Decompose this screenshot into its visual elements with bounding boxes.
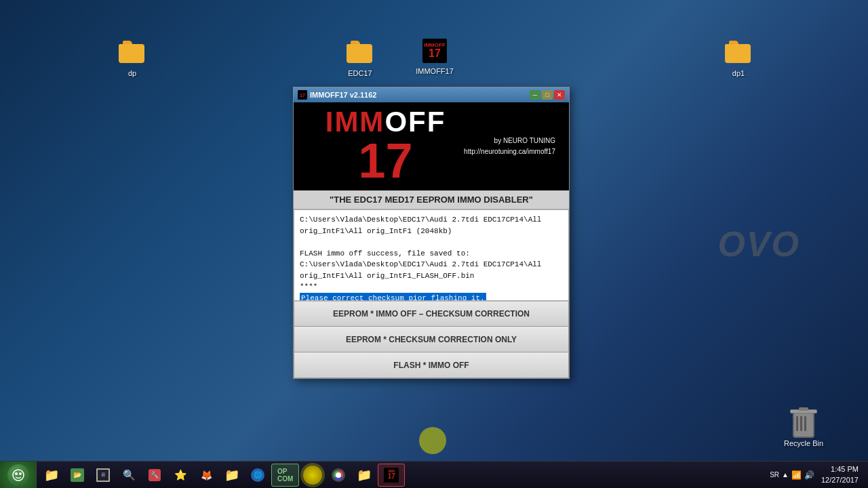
desktop-icon-dp-left[interactable]: dp xyxy=(108,41,156,77)
svg-point-1 xyxy=(15,472,18,475)
clock-time: 1:45 PM xyxy=(821,464,859,474)
cursor-highlight xyxy=(419,427,446,454)
tray-expand-icon[interactable]: ▲ xyxy=(782,471,789,479)
taskbar-tool1[interactable]: 🔧 xyxy=(142,464,167,487)
logo-byline: by NEURO TUNING http://neurotuning.ca/im… xyxy=(464,136,555,157)
taskbar-search[interactable]: 🔍 xyxy=(117,464,141,487)
logo-main: IMMOFF 17 xyxy=(307,108,464,185)
taskbar-folder3[interactable]: 📁 xyxy=(220,464,244,487)
window-subtitle: "THE EDC17 MED17 EEPROM IMMO DISABLER" xyxy=(294,190,569,209)
system-clock[interactable]: 1:45 PM 12/27/2017 xyxy=(817,464,863,485)
tray-sr-label: SR xyxy=(770,471,779,479)
taskbar-files[interactable]: 📂 xyxy=(65,464,90,487)
window-controls: ─ □ ✕ xyxy=(530,90,565,100)
log-line-5: **** xyxy=(300,281,563,293)
eeprom-immo-off-checksum-button[interactable]: EEPROM * IMMO OFF – CHECKSUM CORRECTION xyxy=(294,301,569,327)
button-group: EEPROM * IMMO OFF – CHECKSUM CORRECTION … xyxy=(294,301,569,378)
svg-point-2 xyxy=(19,472,22,475)
taskbar-explorer[interactable]: 📁 xyxy=(39,464,64,487)
logo-area: IMMOFF 17 by NEURO TUNING http://neurotu… xyxy=(294,102,569,190)
taskbar-folder4[interactable]: 📁 xyxy=(352,464,376,487)
log-line-6: Please correct checksum pior flashing it… xyxy=(300,293,563,302)
desktop-icon-edc17[interactable]: EDC17 xyxy=(336,41,384,77)
log-line-4: C:\Users\Vlada\Desktop\EDC17\Audi 2.7tdi… xyxy=(300,259,563,281)
taskbar-cursor-app[interactable] xyxy=(300,463,325,487)
system-tray: SR ▲ 📶 🔊 1:45 PM 12/27/2017 xyxy=(764,462,868,488)
taskbar-tool2[interactable]: ⭐ xyxy=(168,464,193,487)
taskbar-items: 📁 📂 🖥 🔍 🔧 ⭐ 🦊 📁 🌐 OPCOM xyxy=(37,462,764,488)
maximize-button[interactable]: □ xyxy=(542,90,553,100)
flash-immo-off-button[interactable]: FLASH * IMMO OFF xyxy=(294,352,569,378)
desktop-icon-immoff17[interactable]: IMMOFF 17 IMMOFF17 xyxy=(411,37,458,75)
taskbar-opcom[interactable]: OPCOM xyxy=(271,464,299,487)
desktop-icon-label-immoff17: IMMOFF17 xyxy=(416,67,454,75)
start-orb xyxy=(7,464,29,486)
app-window-immoff17: 17 IMMOFF17 v2.1162 ─ □ ✕ IMMOFF 17 by N… xyxy=(293,87,570,379)
desktop-icon-label-dp-right: dp1 xyxy=(732,69,745,77)
desktop: dp EDC17 IMMOFF 17 IMMOFF17 dp1 OVO xyxy=(0,0,868,488)
recycle-bin-label: Recycle Bin xyxy=(784,439,823,447)
log-output-area[interactable]: C:\Users\Vlada\Desktop\EDC17\Audi 2.7tdi… xyxy=(294,209,569,301)
desktop-icon-label-edc17: EDC17 xyxy=(348,69,372,77)
log-line-blank xyxy=(300,237,563,248)
svg-point-0 xyxy=(13,470,24,481)
tray-network-icon: 📶 xyxy=(791,470,802,480)
taskbar-network[interactable]: 🌐 xyxy=(245,464,270,487)
taskbar-tool3[interactable]: 🦊 xyxy=(194,464,218,487)
window-title: 17 IMMOFF17 v2.1162 xyxy=(298,90,376,100)
log-line-1: C:\Users\Vlada\Desktop\EDC17\Audi 2.7tdi… xyxy=(300,214,563,237)
tray-volume-icon[interactable]: 🔊 xyxy=(804,470,814,480)
taskbar-chrome[interactable] xyxy=(326,464,351,487)
minimize-button[interactable]: ─ xyxy=(530,90,540,100)
desktop-icon-dp-right[interactable]: dp1 xyxy=(715,41,762,77)
window-titlebar: 17 IMMOFF17 v2.1162 ─ □ ✕ xyxy=(294,87,569,102)
eeprom-checksum-only-button[interactable]: EEPROM * CHECKSUM CORRECTION ONLY xyxy=(294,327,569,352)
log-highlighted-text: Please correct checksum pior flashing it… xyxy=(300,293,486,302)
taskbar-immoff17-active[interactable]: IMM 17 xyxy=(378,464,405,487)
logo-17-text: 17 xyxy=(359,136,413,185)
recycle-bin-icon[interactable]: Recycle Bin xyxy=(780,409,827,447)
lenovo-watermark: OVO xyxy=(717,224,800,264)
logo-immoff-text: IMMOFF xyxy=(326,108,446,136)
taskbar-monitor[interactable]: 🖥 xyxy=(91,464,115,487)
desktop-icon-label-dp-left: dp xyxy=(128,69,136,77)
start-button[interactable] xyxy=(0,462,37,489)
taskbar-opcom-label: OPCOM xyxy=(277,468,293,483)
clock-date: 12/27/2017 xyxy=(821,475,859,485)
log-line-3: FLASH immo off success, file saved to: xyxy=(300,248,563,260)
close-button[interactable]: ✕ xyxy=(554,90,565,100)
taskbar: 📁 📂 🖥 🔍 🔧 ⭐ 🦊 📁 🌐 OPCOM xyxy=(0,461,868,488)
